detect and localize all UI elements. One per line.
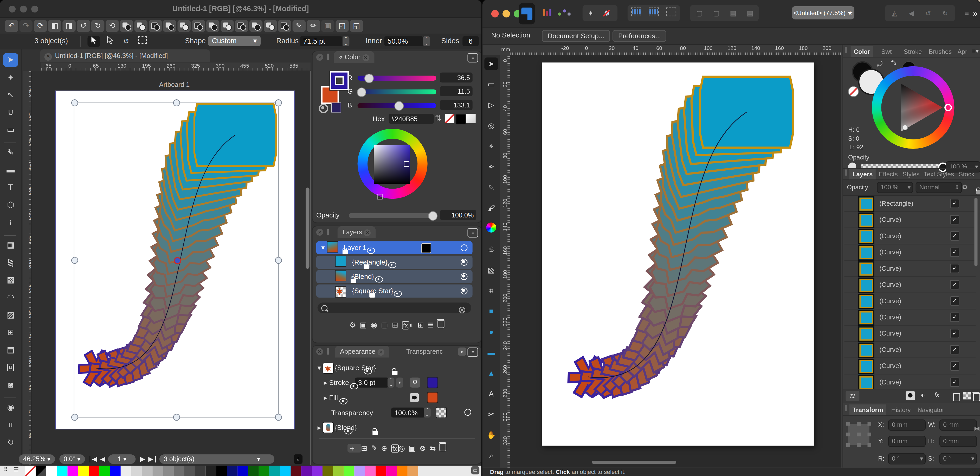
rough-rect-tool[interactable]: ▩ [3, 273, 18, 287]
radius-stepper[interactable]: ⌃⌄ [342, 36, 349, 46]
insert-icon[interactable]: ▢ [381, 321, 392, 330]
color-triangle[interactable] [872, 66, 954, 149]
page-first-icon[interactable]: |◀ [89, 455, 99, 462]
rounded-rect-tool[interactable]: ▬ [484, 346, 498, 359]
right-canvas[interactable] [510, 55, 842, 467]
hand-tool[interactable]: ✋ [484, 429, 498, 441]
redo-icon[interactable]: ↷ [19, 20, 32, 32]
lasso-select-button[interactable]: ↺ [120, 36, 132, 47]
swatch[interactable] [174, 466, 185, 476]
rectangle-tool[interactable]: ■ [484, 305, 498, 318]
panel-close-icon[interactable]: ✕ [316, 229, 323, 236]
boolean-add-icon[interactable] [120, 20, 133, 32]
tab-transparency[interactable]: Transparenc [401, 346, 448, 358]
toolbar-overflow-chevron[interactable]: » [973, 9, 977, 18]
layer-row-rectangle[interactable]: {Rectangle} [316, 256, 473, 269]
tab-transform[interactable]: Transform [850, 404, 886, 415]
handle-ne[interactable] [275, 99, 282, 106]
grid-distort-tool[interactable]: ⊞ [3, 326, 18, 339]
rotate-canvas-tool[interactable]: ↻ [3, 436, 18, 449]
layer-row[interactable]: (Curve)✓ [845, 244, 976, 261]
appearance-stroke-row[interactable]: ▸ Stroke 3.0 pt ⌃⌄ ▾ ⚙ [318, 376, 476, 389]
sync-icon[interactable]: ⟳ [34, 20, 47, 32]
artboard[interactable] [542, 62, 813, 446]
canvas-scrollbar[interactable] [305, 188, 309, 269]
layer-options-icon[interactable]: ⚙ [349, 321, 360, 330]
tab-history[interactable]: History [888, 404, 914, 415]
swatch[interactable] [46, 466, 57, 476]
rotate-180-icon[interactable]: ⟲ [106, 20, 119, 32]
swatch-comment-icon[interactable]: ▭ [471, 466, 479, 474]
add-fill-icon[interactable]: ＋ [347, 444, 361, 452]
layer-row[interactable]: (Curve)✓ [845, 293, 976, 309]
add-effect-icon[interactable]: ⊕ [381, 444, 391, 452]
swatch[interactable] [365, 466, 375, 476]
lock-icon[interactable] [369, 293, 375, 298]
fan-warp-tool[interactable]: ◠ [3, 291, 18, 304]
mesh-tool[interactable]: ▦ [3, 238, 18, 252]
swatch[interactable] [99, 466, 110, 476]
swatch[interactable] [375, 466, 386, 476]
grid-select-icon[interactable] [629, 8, 643, 19]
x-field[interactable]: 0 mm [888, 419, 926, 430]
layers-scrollbar[interactable] [974, 197, 977, 266]
tab-appearance[interactable]: Appearance ✕ [335, 346, 389, 358]
h-field[interactable]: 0 mm [939, 436, 977, 447]
hex-field[interactable]: #240B85 [389, 114, 434, 124]
clip-icon[interactable]: ◐ [921, 391, 925, 400]
knife-tool[interactable]: ✂ [484, 408, 498, 420]
layer-row-root[interactable]: ▾ Layer 1 [316, 241, 473, 255]
trash-icon[interactable] [973, 393, 980, 401]
select-circle-icon[interactable] [461, 259, 468, 266]
select-circle-icon[interactable] [461, 287, 468, 294]
align-icon[interactable]: ≡ [960, 8, 974, 19]
swatch[interactable] [185, 466, 195, 476]
mask-icon[interactable] [905, 391, 915, 400]
eye-icon[interactable] [388, 262, 396, 268]
swatch[interactable] [216, 466, 227, 476]
share-nodes-icon[interactable] [558, 8, 571, 19]
select-circle-icon[interactable] [461, 273, 468, 280]
duplicate-icon[interactable]: ▣ [409, 444, 420, 452]
lock-icon[interactable] [364, 264, 369, 269]
fx-icon[interactable]: fx [391, 444, 398, 452]
panel-close-icon[interactable]: ✕ [316, 54, 323, 60]
transform-proxy[interactable] [848, 424, 869, 445]
tab-appearance[interactable]: Apr [955, 46, 970, 57]
object-count-select[interactable]: 3 object(s)▾ [159, 454, 274, 464]
blend-artwork[interactable] [542, 62, 813, 446]
handle-s[interactable] [173, 414, 180, 420]
swatch[interactable] [280, 466, 291, 476]
swatch[interactable] [259, 466, 269, 476]
visibility-checkbox[interactable]: ✓ [950, 280, 959, 290]
r-field[interactable]: 0 °▾ [888, 453, 926, 464]
shape-select[interactable]: Custom▾ [208, 36, 261, 46]
text-tool[interactable]: T [3, 180, 18, 194]
layer-row-square-star[interactable]: {Square Star} [316, 284, 473, 297]
layer-row[interactable]: (Rectangle)✓ [845, 195, 976, 212]
panel-menu-icon[interactable]: ≡ [468, 347, 478, 357]
favorite-star-icon[interactable]: ★ [847, 10, 853, 16]
eye-icon[interactable] [394, 291, 402, 297]
rotation-select[interactable]: 0.0° ▾ [59, 454, 85, 464]
layer-row[interactable]: (Curve)✓ [845, 309, 976, 326]
tab-styles[interactable]: Styles [899, 169, 923, 180]
boolean-intersect-icon[interactable] [149, 20, 162, 32]
boolean-merge-icon[interactable] [264, 20, 277, 32]
node-tool[interactable]: ⌖ [484, 140, 498, 153]
frame-select-button[interactable] [136, 36, 149, 47]
visibility-checkbox[interactable]: ✓ [950, 248, 959, 257]
swatch[interactable] [68, 466, 78, 476]
traffic-close-icon[interactable] [491, 10, 499, 18]
swatch[interactable] [386, 466, 397, 476]
combine-shapes-tool[interactable]: ◙ [3, 378, 18, 392]
layer-row[interactable]: (Curve)✓ [845, 211, 976, 228]
swatch[interactable] [57, 466, 68, 476]
gradient-lamp-tool[interactable]: ♨ [484, 243, 498, 256]
swatch-list-icon[interactable]: ☰ [14, 466, 19, 473]
document-setup-button[interactable]: Document Setup... [542, 30, 610, 42]
page-select[interactable]: 1 ▾ [108, 454, 136, 464]
tab-effects[interactable]: Effects [876, 169, 901, 180]
visibility-checkbox[interactable]: ✓ [950, 377, 959, 387]
group-icon[interactable]: ◉ [371, 321, 381, 330]
